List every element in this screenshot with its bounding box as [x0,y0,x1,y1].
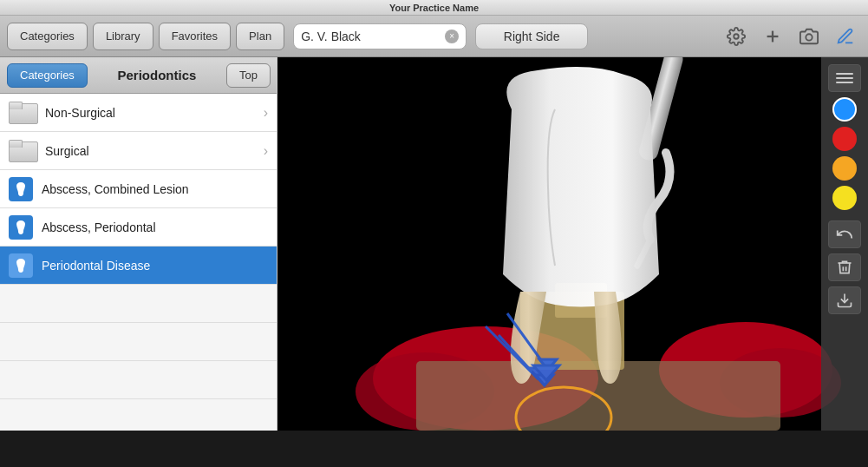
trash-button[interactable] [828,253,861,281]
list-item[interactable]: Non-Surgical › [0,94,277,132]
item-label: Non-Surgical [45,106,255,120]
app-title: Your Practice Name [389,3,479,13]
folder-icon [9,140,36,162]
sub-nav-title: Periodontics [93,68,221,82]
item-label: Abscess, Combined Lesion [42,182,268,196]
folder-icon [9,102,36,124]
settings-button[interactable] [721,21,752,52]
sidebar: Categories Periodontics Top Non-Surgical… [0,57,277,431]
svg-point-0 [734,34,739,39]
canvas-area[interactable] [277,57,868,431]
search-clear-button[interactable]: × [445,30,459,43]
main-content: Categories Periodontics Top Non-Surgical… [0,57,868,431]
list-item-empty [0,285,277,323]
line2 [836,77,853,79]
nav-bar: Categories Library Favorites Plan × Righ… [0,16,868,57]
chevron-right-icon: › [264,143,268,159]
list-item[interactable]: Periodontal Disease [0,247,277,285]
line3 [836,82,853,83]
color-yellow-button[interactable] [832,186,857,210]
tooth-scene-svg [277,57,868,431]
title-bar: Your Practice Name [0,0,868,16]
download-button[interactable] [828,286,861,314]
search-container: × [293,23,467,49]
view-selector-label: Right Side [504,30,560,43]
color-orange-button[interactable] [832,156,857,181]
item-label: Periodontal Disease [42,259,268,273]
color-blue-button[interactable] [832,97,857,122]
undo-button[interactable] [828,220,861,248]
view-selector-button[interactable]: Right Side [475,23,588,49]
sub-nav: Categories Periodontics Top [0,57,277,94]
list-item[interactable]: Surgical › [0,132,277,170]
item-label: Surgical [45,144,255,158]
tab-plan[interactable]: Plan [236,23,284,50]
sub-nav-top-button[interactable]: Top [226,63,271,88]
right-toolbar [821,57,868,431]
sub-nav-categories-button[interactable]: Categories [7,63,88,88]
list-item-empty [0,361,277,399]
tab-categories[interactable]: Categories [7,23,88,50]
line1 [836,73,853,75]
add-button[interactable] [757,21,788,52]
menu-lines-button[interactable] [828,64,861,92]
list-item-empty [0,323,277,361]
tooth-icon [9,177,33,201]
tooth-icon [9,215,33,240]
chevron-right-icon: › [264,105,268,121]
list-item-empty [0,399,277,431]
item-label: Abscess, Periodontal [42,220,268,234]
pen-button[interactable] [830,21,861,52]
color-red-button[interactable] [832,127,857,151]
svg-point-3 [806,34,812,40]
tab-library[interactable]: Library [93,23,153,50]
tab-favorites[interactable]: Favorites [159,23,231,50]
list-item[interactable]: Abscess, Periodontal [0,208,277,247]
search-input[interactable] [301,30,440,43]
list-item[interactable]: Abscess, Combined Lesion [0,170,277,208]
camera-button[interactable] [793,21,825,52]
tooth-icon [9,253,33,278]
